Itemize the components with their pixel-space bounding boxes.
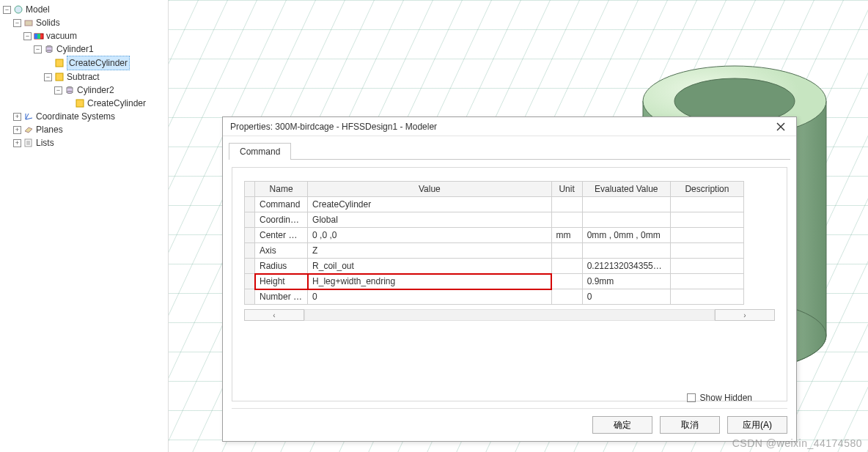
cell-value[interactable]: H_leg+width_endring (308, 274, 551, 289)
scroll-left-button[interactable]: ‹ (244, 309, 304, 321)
table-row[interactable]: HeightH_leg+width_endring0.9mm (245, 274, 744, 289)
cell-value[interactable]: Z (308, 243, 551, 259)
tree-node-cylinder2[interactable]: − Cylinder2 (53, 84, 168, 97)
axes-icon (23, 111, 34, 122)
cell-name: Command (255, 197, 308, 212)
cell-value[interactable]: R_coil_out (308, 259, 551, 274)
expander-icon[interactable]: + (13, 126, 21, 134)
row-handle (245, 289, 255, 305)
cell-unit[interactable]: mm (551, 228, 582, 243)
expander-icon[interactable]: + (13, 139, 21, 147)
cell-name: Number of ... (255, 289, 308, 305)
table-row[interactable]: CommandCreateCylinder (245, 197, 744, 212)
cell-unit[interactable] (551, 274, 582, 289)
material-icon (34, 31, 44, 41)
col-eval[interactable]: Evaluated Value (582, 182, 670, 197)
tree-node-planes[interactable]: + Planes (12, 123, 168, 136)
solids-icon (23, 18, 34, 28)
properties-table[interactable]: Name Value Unit Evaluated Value Descript… (244, 181, 744, 305)
properties-dialog: Properties: 300M-birdcage - HFSSDesign1 … (222, 116, 797, 442)
table-row[interactable]: Number of ...00 (245, 289, 744, 305)
tree-node-solids[interactable]: − Solids (12, 16, 168, 29)
col-unit[interactable]: Unit (551, 182, 582, 197)
tree-node-coordinate-systems[interactable]: + Coordinate Systems (12, 110, 168, 123)
viewport-3d[interactable]: Properties: 300M-birdcage - HFSSDesign1 … (169, 0, 868, 452)
expander-icon[interactable]: − (23, 32, 32, 40)
tree-label: Cylinder1 (56, 42, 94, 56)
cell-unit[interactable] (551, 259, 582, 274)
tree-node-model[interactable]: − Model (1, 3, 168, 16)
tree-node-vacuum[interactable]: − vacuum (22, 29, 168, 42)
table-row[interactable]: RadiusR_coil_out0.21213203435596... (245, 259, 744, 274)
expander-icon[interactable]: − (54, 86, 62, 95)
svg-point-12 (67, 91, 73, 93)
cell-unit[interactable] (551, 212, 582, 228)
tree-label: Coordinate Systems (36, 110, 115, 123)
cell-unit[interactable] (551, 243, 582, 259)
cell-description (670, 243, 743, 259)
expander-icon[interactable]: − (13, 19, 21, 27)
planes-icon (23, 125, 34, 135)
command-icon (75, 98, 85, 108)
cell-evaluated: 0 (582, 289, 670, 305)
cell-value[interactable]: Global (308, 212, 551, 228)
cell-evaluated: 0.9mm (582, 274, 670, 289)
subtract-icon (54, 72, 65, 82)
tree-label: Subtract (67, 70, 100, 84)
cell-unit[interactable] (551, 289, 582, 305)
col-name[interactable]: Name (255, 182, 308, 197)
row-handle (245, 243, 255, 259)
dialog-titlebar[interactable]: Properties: 300M-birdcage - HFSSDesign1 … (223, 117, 796, 136)
cell-evaluated (582, 243, 670, 259)
scroll-track[interactable] (304, 309, 715, 321)
col-desc[interactable]: Description (670, 182, 743, 197)
table-row[interactable]: AxisZ (245, 243, 744, 259)
svg-rect-3 (34, 34, 37, 39)
row-handle (245, 259, 255, 274)
cell-unit[interactable] (551, 197, 582, 212)
cell-description (670, 289, 743, 305)
horizontal-scrollbar[interactable]: ‹ › (244, 309, 775, 321)
row-handle (245, 212, 255, 228)
tree-label: Model (26, 3, 50, 16)
tree-node-createcylinder2[interactable]: CreateCylinder (63, 97, 168, 110)
cell-name: Coordinate ... (255, 212, 308, 228)
cell-name: Height (255, 274, 308, 289)
model-tree[interactable]: − Model − Solids (0, 3, 168, 149)
col-value[interactable]: Value (308, 182, 551, 197)
cell-evaluated (582, 197, 670, 212)
tree-node-lists[interactable]: + Lists (12, 136, 168, 149)
expander-icon[interactable]: − (34, 45, 42, 53)
svg-rect-1 (25, 21, 32, 26)
tree-label: Cylinder2 (77, 84, 114, 97)
row-handle (245, 274, 255, 289)
cell-evaluated: 0mm , 0mm , 0mm (582, 228, 670, 243)
svg-rect-9 (56, 73, 63, 81)
tab-command[interactable]: Command (229, 143, 291, 160)
cell-value[interactable]: 0 ,0 ,0 (308, 228, 551, 243)
expander-icon[interactable]: + (13, 113, 21, 121)
cell-value[interactable]: CreateCylinder (308, 197, 551, 212)
svg-marker-17 (25, 127, 32, 133)
ok-button[interactable]: 确定 (592, 416, 652, 434)
cell-description (670, 197, 743, 212)
tree-node-cylinder1[interactable]: − Cylinder1 (32, 42, 168, 56)
cell-value[interactable]: 0 (308, 289, 551, 305)
tree-label: Planes (36, 123, 63, 136)
cancel-button[interactable]: 取消 (660, 416, 720, 434)
table-row[interactable]: Coordinate ...Global (245, 212, 744, 228)
show-hidden-checkbox[interactable] (687, 393, 696, 402)
apply-button[interactable]: 应用(A) (727, 416, 787, 434)
scroll-right-button[interactable]: › (715, 309, 775, 321)
tree-node-createcylinder1[interactable]: CreateCylinder (43, 56, 168, 70)
svg-rect-4 (37, 34, 40, 39)
expander-icon[interactable]: − (3, 6, 11, 14)
show-hidden-row[interactable]: Show Hidden (687, 393, 752, 403)
table-header-row: Name Value Unit Evaluated Value Descript… (245, 182, 744, 197)
close-button[interactable] (770, 119, 792, 134)
expander-icon[interactable]: − (44, 73, 52, 81)
cell-description (670, 212, 743, 228)
tree-label: CreateCylinder (67, 56, 130, 70)
tree-node-subtract[interactable]: − Subtract (43, 70, 168, 84)
table-row[interactable]: Center Positi...0 ,0 ,0mm0mm , 0mm , 0mm (245, 228, 744, 243)
